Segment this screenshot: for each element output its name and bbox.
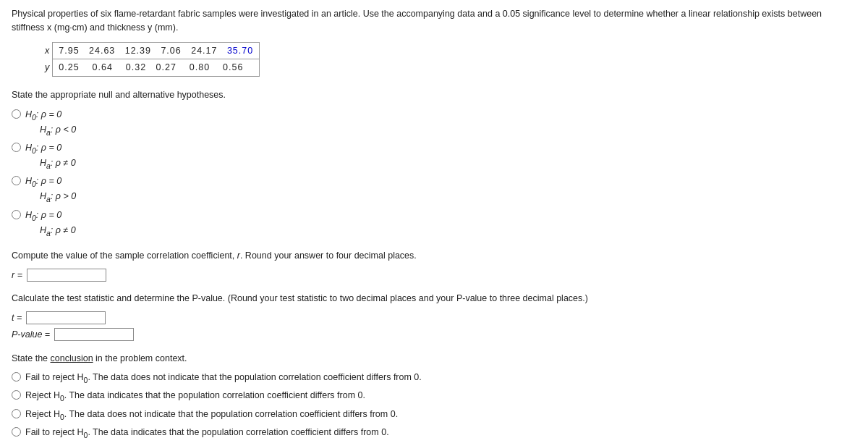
ha-3: Ha: ρ > 0 [40,190,76,205]
conclusion-label: State the conclusion in the problem cont… [12,352,856,366]
h0-1: H0: ρ = 0 [25,108,76,123]
x-value-4: 7.06 [161,46,181,56]
intro-text: Physical properties of six flame-retarda… [12,7,856,35]
hypotheses-section: State the appropriate null and alternati… [12,88,856,239]
hypothesis-option-1[interactable]: H0: ρ = 0 Ha: ρ < 0 [12,108,856,138]
test-statistic-label: Calculate the test statistic and determi… [12,292,856,306]
pvalue-input-row: P-value = [12,328,856,342]
hypothesis-option-4[interactable]: H0: ρ = 0 Ha: ρ ≠ 0 [12,209,856,239]
hypothesis-option-2[interactable]: H0: ρ = 0 Ha: ρ ≠ 0 [12,141,856,172]
y-value-6: 0.56 [223,62,243,72]
pvalue-input[interactable] [54,328,134,341]
ha-1: Ha: ρ < 0 [40,123,76,138]
conclusion-option-1[interactable]: Fail to reject H0. The data does not ind… [12,371,856,386]
y-value-4: 0.27 [156,62,176,72]
ha-2: Ha: ρ ≠ 0 [40,156,76,172]
correlation-label: Compute the value of the sample correlat… [12,249,856,263]
t-input[interactable] [26,311,106,324]
data-table: x 7.95 24.63 12.39 7.06 24.17 35.70 y 0.… [41,42,856,77]
hypothesis-radio-1[interactable] [12,109,21,119]
correlation-section: Compute the value of the sample correlat… [12,249,856,282]
hypothesis-radio-4[interactable] [12,210,21,219]
y-value-3: 0.32 [126,62,146,72]
x-label: x [41,42,53,59]
r-input[interactable] [27,269,106,282]
table-row-y: y 0.25 0.64 0.32 0.27 0.80 0.56 [41,59,260,77]
conclusion-text-2: Reject H0. The data indicates that the p… [25,389,365,404]
y-value-2: 0.64 [93,62,113,72]
conclusion-text-1: Fail to reject H0. The data does not ind… [25,371,422,386]
x-value-3: 12.39 [125,46,151,56]
x-value-1: 7.95 [59,46,79,56]
conclusion-section: State the conclusion in the problem cont… [12,352,856,439]
hypothesis-radio-2[interactable] [12,143,21,152]
x-value-6: 35.70 [227,46,253,56]
hypothesis-radio-3[interactable] [12,176,21,185]
y-label: y [41,59,53,77]
hypothesis-option-2-content: H0: ρ = 0 Ha: ρ ≠ 0 [25,141,76,172]
conclusion-radio-2[interactable] [12,390,21,400]
hypothesis-option-4-content: H0: ρ = 0 Ha: ρ ≠ 0 [25,209,76,239]
conclusion-text-3: Reject H0. The data does not indicate th… [25,408,398,423]
test-statistic-section: Calculate the test statistic and determi… [12,292,856,341]
t-label: t = [12,311,22,325]
y-value-1: 0.25 [59,62,79,72]
conclusion-option-3[interactable]: Reject H0. The data does not indicate th… [12,408,856,423]
x-value-5: 24.17 [191,46,217,56]
r-label: r = [12,269,22,282]
conclusion-radio-1[interactable] [12,372,21,382]
conclusion-options: Fail to reject H0. The data does not ind… [12,371,856,438]
conclusion-option-2[interactable]: Reject H0. The data indicates that the p… [12,389,856,404]
h0-4: H0: ρ = 0 [25,209,76,224]
r-input-row: r = [12,269,856,282]
h0-3: H0: ρ = 0 [25,174,76,190]
conclusion-text-4: Fail to reject H0. The data indicates th… [25,426,389,438]
hypothesis-option-3-content: H0: ρ = 0 Ha: ρ > 0 [25,174,76,205]
h0-2: H0: ρ = 0 [25,141,76,156]
x-value-2: 24.63 [89,46,115,56]
y-values: 0.25 0.64 0.32 0.27 0.80 0.56 [53,59,260,77]
conclusion-option-4[interactable]: Fail to reject H0. The data indicates th… [12,426,856,438]
hypothesis-option-3[interactable]: H0: ρ = 0 Ha: ρ > 0 [12,174,856,205]
pvalue-label: P-value = [12,328,50,342]
conclusion-radio-4[interactable] [12,427,21,437]
t-input-row: t = [12,311,856,325]
x-values: 7.95 24.63 12.39 7.06 24.17 35.70 [53,42,260,59]
conclusion-radio-3[interactable] [12,409,21,418]
hypothesis-option-1-content: H0: ρ = 0 Ha: ρ < 0 [25,108,76,138]
y-value-5: 0.80 [190,62,210,72]
hypotheses-label: State the appropriate null and alternati… [12,88,856,102]
ha-4: Ha: ρ ≠ 0 [40,224,76,239]
table-row-x: x 7.95 24.63 12.39 7.06 24.17 35.70 [41,42,260,59]
